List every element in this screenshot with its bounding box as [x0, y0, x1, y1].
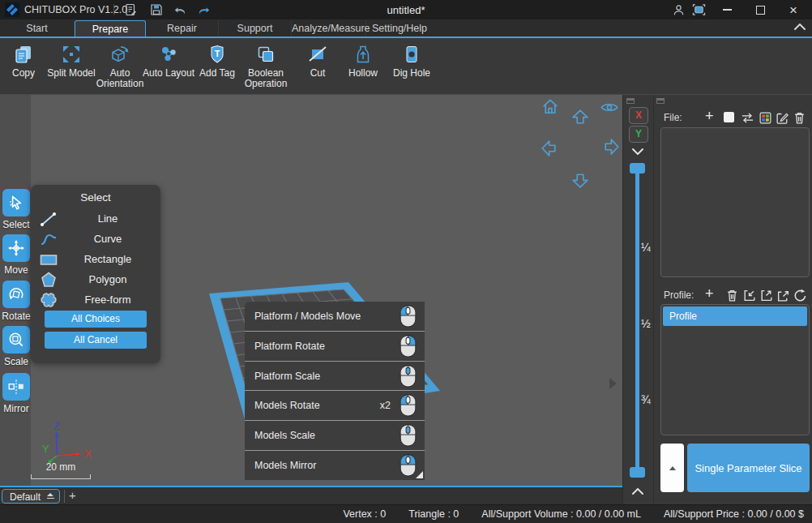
import-profile-icon[interactable]	[742, 289, 756, 302]
slice-slider-track[interactable]	[635, 166, 639, 476]
add-scene-tab-button[interactable]: +	[69, 488, 76, 502]
profile-panel-label: Profile:	[664, 289, 694, 301]
minimize-button[interactable]	[713, 0, 741, 19]
mouse-both-buttons-icon	[400, 454, 417, 477]
slider-quarter-label: ¼	[641, 241, 651, 254]
redo-icon[interactable]	[196, 3, 211, 16]
popup-item-polygon[interactable]: Polygon	[31, 270, 160, 290]
tool-scale-button[interactable]	[2, 326, 30, 354]
panel-resize-handle[interactable]	[416, 471, 423, 478]
chevron-up-icon[interactable]	[632, 488, 643, 495]
toolbar-dig-hole[interactable]: Dig Hole	[378, 44, 446, 79]
title-bar: CHITUBOX Pro V1.2.0 untitled* ×	[0, 0, 812, 19]
eject-icon[interactable]	[47, 493, 54, 499]
tab-start[interactable]: Start	[0, 20, 75, 36]
slice-mode-toggle-button[interactable]	[660, 444, 684, 492]
select-popup-title: Select	[31, 191, 160, 204]
auto-orientation-icon	[109, 44, 130, 65]
panel-expander-arrow[interactable]	[609, 378, 617, 389]
tool-move-button[interactable]	[2, 234, 30, 262]
status-price: All/Support Price : 0.00 / 0.00 $	[664, 508, 804, 520]
perspective-view-icon[interactable]	[600, 102, 618, 113]
swap-order-icon[interactable]	[741, 111, 754, 125]
single-parameter-slice-button[interactable]: Single Parameter Slice	[687, 444, 810, 492]
popup-item-freeform[interactable]: Free-form	[31, 290, 160, 311]
export-profile-icon[interactable]	[759, 289, 773, 302]
close-button[interactable]: ×	[780, 0, 807, 19]
rotate-view-down-icon[interactable]	[572, 174, 588, 188]
tool-mirror-button[interactable]	[2, 373, 30, 401]
share-profile-icon[interactable]	[776, 289, 790, 302]
scene-tab-default[interactable]: Default	[2, 489, 60, 504]
rotate-view-right-icon[interactable]	[605, 139, 619, 155]
tool-select-button[interactable]	[2, 189, 30, 216]
scale-icon	[7, 331, 25, 349]
save-icon[interactable]	[149, 3, 164, 16]
chevron-down-icon[interactable]	[632, 148, 643, 155]
hint-models-rotate: Models Rotate x2	[245, 390, 425, 420]
tab-prepare[interactable]: Prepare	[75, 20, 146, 38]
file-panel-label: File:	[664, 112, 682, 123]
collapse-ribbon-icon[interactable]	[794, 24, 806, 30]
tab-repair[interactable]: Repair	[146, 20, 219, 36]
hint-platform-scale: Platform Scale	[245, 361, 425, 391]
panel-dock-icon[interactable]	[656, 98, 665, 104]
polygon-icon	[39, 271, 58, 289]
profile-list-item-selected[interactable]: Profile	[663, 307, 807, 326]
cut-icon	[307, 44, 328, 65]
sync-profile-icon[interactable]	[793, 289, 807, 302]
rotate-view-left-icon[interactable]	[541, 140, 556, 156]
delete-profile-icon[interactable]	[725, 289, 739, 302]
add-profile-icon[interactable]: +	[705, 285, 714, 302]
file-list[interactable]	[660, 127, 810, 277]
mirror-icon	[7, 378, 25, 396]
hint-models-mirror: Models Mirror	[245, 450, 425, 480]
rename-file-icon[interactable]	[776, 111, 789, 125]
curve-icon	[39, 230, 58, 248]
mouse-left-button-icon	[400, 394, 417, 417]
profile-list[interactable]: Profile	[660, 304, 810, 435]
select-cursor-icon	[7, 194, 25, 212]
new-document-icon[interactable]	[123, 3, 138, 16]
line-icon	[39, 210, 58, 228]
tool-rotate-button[interactable]	[2, 281, 30, 308]
freeform-icon	[39, 291, 58, 309]
delete-file-icon[interactable]	[793, 111, 806, 125]
slice-slider-handle-top[interactable]	[630, 163, 645, 174]
all-choices-button[interactable]: All Choices	[45, 311, 147, 328]
slice-axis-x-button[interactable]: X	[629, 107, 648, 124]
add-file-icon[interactable]: +	[705, 108, 714, 125]
mouse-left-button-icon	[400, 305, 417, 328]
divider	[113, 4, 114, 15]
popup-item-line[interactable]: Line	[31, 209, 160, 229]
prepare-toolbar: Copy Split Model Auto Orientation Auto L…	[0, 38, 812, 95]
slice-slider-handle-bottom[interactable]	[630, 467, 645, 478]
divider	[653, 95, 654, 504]
show-all-icon[interactable]	[724, 112, 734, 122]
popup-item-rectangle[interactable]: Rectangle	[31, 250, 160, 270]
tab-support[interactable]: Support	[219, 20, 292, 36]
status-bar: Vertex : 0 Triangle : 0 All/Support Volu…	[0, 504, 812, 523]
viewport-3d[interactable]: Select Move Rotate Scale Mirror Select L…	[0, 95, 622, 487]
undo-icon[interactable]	[173, 3, 188, 16]
hint-models-scale: Models Scale	[245, 420, 425, 450]
mouse-hints-panel: Platform / Models Move Platform Rotate P…	[245, 302, 425, 480]
scale-bar	[31, 474, 91, 479]
axis-z-label: Z	[53, 420, 60, 432]
user-account-icon[interactable]	[673, 4, 685, 16]
panel-dock-icon[interactable]	[626, 98, 635, 104]
ribbon-tab-bar: Start Prepare Repair Support Analyze/Mea…	[0, 19, 812, 38]
tool-rotate-label: Rotate	[0, 311, 32, 322]
slice-axis-y-button[interactable]: Y	[629, 126, 648, 143]
popup-item-curve[interactable]: Curve	[31, 229, 160, 250]
tab-analyze-measure[interactable]: Analyze/Measure	[292, 20, 366, 36]
tab-setting-help[interactable]: Setting/Help	[366, 20, 433, 36]
model-color-icon[interactable]	[759, 111, 772, 125]
home-view-icon[interactable]	[542, 99, 558, 114]
all-cancel-button[interactable]: All Cancel	[45, 332, 147, 349]
rotate-view-up-icon[interactable]	[572, 109, 588, 124]
maximize-button[interactable]	[746, 0, 774, 19]
screenshot-icon[interactable]	[692, 3, 706, 16]
svg-text:T: T	[215, 49, 220, 58]
move-icon	[7, 239, 25, 257]
